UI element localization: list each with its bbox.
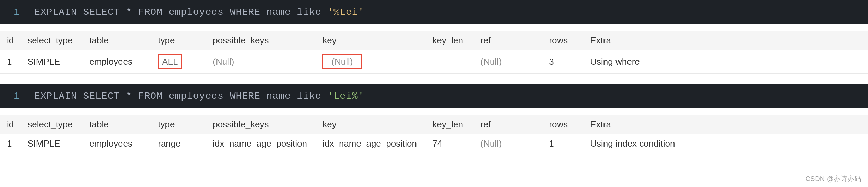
table-header-row-1: id select_type table type possible_keys … [0,31,868,50]
col-header-key-1: key [316,31,425,50]
cell-key-2: idx_name_age_position [316,134,425,153]
table-header-row-2: id select_type table type possible_keys … [0,115,868,134]
keyword-1: EXPLAIN SELECT * FROM employees WHERE na… [34,7,328,17]
cell-select-type-2: SIMPLE [21,134,82,153]
line-number-1: 1 [14,7,24,17]
col-header-ref-1: ref [473,31,542,50]
cell-type-2: range [151,134,206,153]
col-header-possible-keys-2: possible_keys [206,115,316,134]
watermark: CSDN @亦诗亦码 [805,174,861,184]
col-header-table-2: table [82,115,151,134]
code-text-1: EXPLAIN SELECT * FROM employees WHERE na… [34,7,364,17]
table-row: 1 SIMPLE employees range idx_name_age_po… [0,134,868,153]
cell-key-len-2: 74 [425,134,473,153]
cell-ref: (Null) [473,50,542,74]
cell-possible-keys: (Null) [206,50,316,74]
col-header-rows-2: rows [542,115,583,134]
cell-rows-2: 1 [542,134,583,153]
cell-key: (Null) [316,50,425,74]
cell-id-2: 1 [0,134,21,153]
cell-select-type: SIMPLE [21,50,82,74]
col-header-table-1: table [82,31,151,50]
code-text-2: EXPLAIN SELECT * FROM employees WHERE na… [34,91,364,101]
col-header-id-2: id [0,115,21,134]
col-header-select-type-2: select_type [21,115,82,134]
cell-ref-2: (Null) [473,134,542,153]
code-block-1: 1 EXPLAIN SELECT * FROM employees WHERE … [0,0,868,24]
cell-type: ALL [151,50,206,74]
col-header-type-2: type [151,115,206,134]
table-section-2: id select_type table type possible_keys … [0,108,868,164]
col-header-extra-1: Extra [583,31,868,50]
code-block-2: 1 EXPLAIN SELECT * FROM employees WHERE … [0,84,868,108]
line-number-2: 1 [14,91,24,101]
table-section-1: id select_type table type possible_keys … [0,24,868,84]
col-header-ref-2: ref [473,115,542,134]
col-header-key-2: key [316,115,425,134]
keyword-2: EXPLAIN SELECT * FROM employees WHERE na… [34,91,328,101]
cell-id: 1 [0,50,21,74]
col-header-extra-2: Extra [583,115,868,134]
key-badge: (Null) [322,54,362,69]
cell-key-len [425,50,473,74]
cell-table: employees [82,50,151,74]
result-table-1: id select_type table type possible_keys … [0,31,868,74]
type-badge: ALL [158,54,182,69]
cell-extra-2: Using index condition [583,134,868,153]
col-header-id-1: id [0,31,21,50]
cell-table-2: employees [82,134,151,153]
cell-possible-keys-2: idx_name_age_position [206,134,316,153]
result-table-2: id select_type table type possible_keys … [0,115,868,153]
cell-extra: Using where [583,50,868,74]
col-header-key-len-1: key_len [425,31,473,50]
string-2: 'Lei%' [328,91,364,101]
string-1: '%Lei' [328,7,364,17]
col-header-key-len-2: key_len [425,115,473,134]
col-header-select-type-1: select_type [21,31,82,50]
col-header-type-1: type [151,31,206,50]
table-row: 1 SIMPLE employees ALL (Null) (Null) (Nu… [0,50,868,74]
col-header-rows-1: rows [542,31,583,50]
col-header-possible-keys-1: possible_keys [206,31,316,50]
cell-rows: 3 [542,50,583,74]
